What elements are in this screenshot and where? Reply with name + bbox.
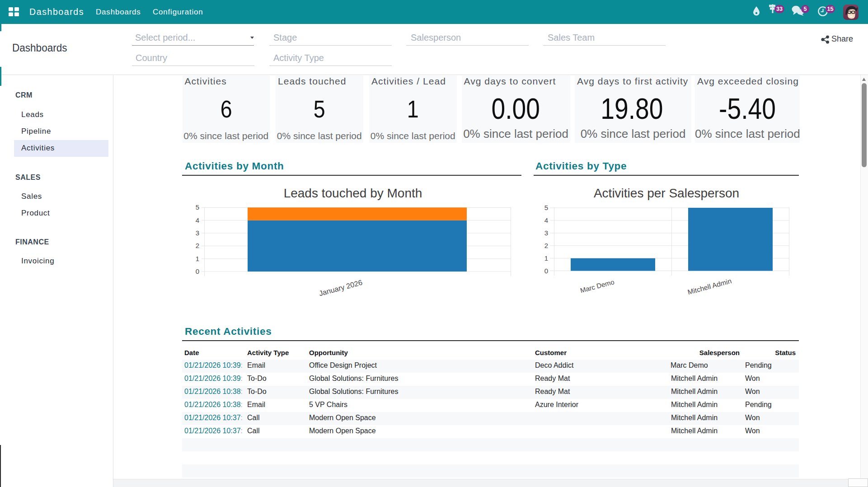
svg-text:Marc Demo: Marc Demo xyxy=(579,278,615,294)
svg-text:4: 4 xyxy=(196,216,199,224)
svg-text:Leads touched by Month: Leads touched by Month xyxy=(284,186,422,200)
svg-text:0: 0 xyxy=(196,267,199,275)
svg-text:5: 5 xyxy=(544,204,548,211)
svg-text:3: 3 xyxy=(196,229,199,237)
svg-text:3: 3 xyxy=(544,229,548,237)
svg-text:4: 4 xyxy=(544,216,548,224)
svg-text:0: 0 xyxy=(544,267,548,275)
svg-text:2: 2 xyxy=(196,242,199,249)
svg-text:2: 2 xyxy=(544,242,548,249)
svg-text:Mitchell Admin: Mitchell Admin xyxy=(687,277,732,296)
svg-text:1: 1 xyxy=(544,254,548,262)
svg-text:5: 5 xyxy=(196,203,199,211)
svg-text:Activities per Salesperson: Activities per Salesperson xyxy=(594,186,739,200)
svg-text:1: 1 xyxy=(196,255,199,262)
svg-text:January 2026: January 2026 xyxy=(318,278,363,298)
